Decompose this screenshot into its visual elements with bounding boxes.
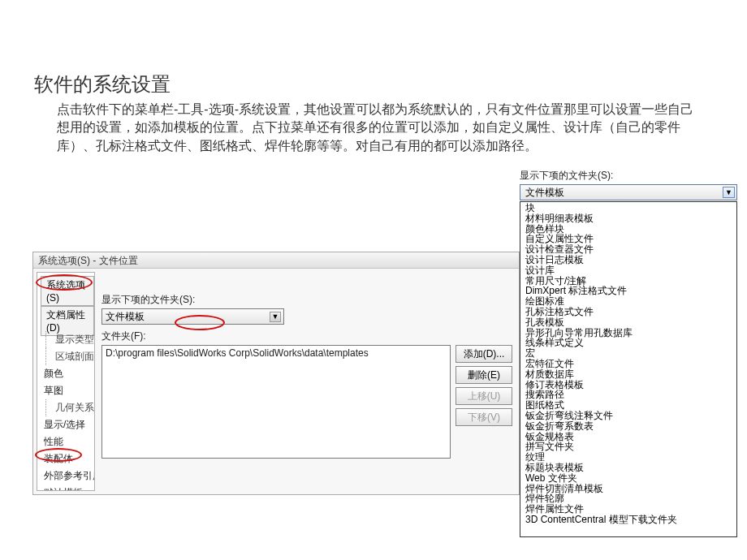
dropdown-combo[interactable]: 文件模板 ▼ [520, 184, 737, 200]
chevron-down-icon[interactable]: ▼ [270, 312, 281, 322]
content-panel: 显示下项的文件夹(S): 文件模板 ▼ 文件夹(F): D:\program f… [95, 269, 519, 494]
dropdown-option[interactable]: 设计库 [520, 265, 736, 276]
dropdown-option[interactable]: 3D ContentCentral 模型下载文件夹 [520, 515, 736, 525]
folder-listbox[interactable]: D:\program files\SolidWorks Corp\SolidWo… [101, 345, 451, 459]
dialog-titlebar: 系统选项(S) - 文件位置 [33, 252, 519, 269]
highlight-ellipse-2 [35, 448, 82, 462]
dropdown-selected: 文件模板 [525, 186, 564, 200]
tree-item[interactable]: 显示/选择 [41, 416, 91, 433]
dropdown-option[interactable]: 钣金折弯线注释文件 [520, 411, 736, 421]
system-options-dialog: 系统选项(S) - 文件位置 系统选项(S) 文档属性(D) 普通工程图显示类型… [32, 252, 520, 495]
dropdown-option[interactable]: 块 [520, 203, 736, 213]
down-button[interactable]: 下移(V) [456, 408, 512, 426]
dropdown-option[interactable]: 标题块表模板 [520, 463, 736, 473]
tree-item[interactable]: 默认模板 [41, 485, 91, 491]
tree-item[interactable]: 草图 [41, 382, 91, 399]
tree-item[interactable]: 几何关系/捕捉 [41, 399, 91, 416]
show-folder-label: 显示下项的文件夹(S): [101, 293, 512, 307]
dropdown-option[interactable]: 钣金折弯系数表 [520, 421, 736, 432]
dropdown-label: 显示下项的文件夹(S): [520, 169, 737, 183]
dropdown-option[interactable]: Web 文件夹 [520, 473, 736, 484]
folder-path: D:\program files\SolidWorks Corp\SolidWo… [106, 347, 447, 359]
up-button[interactable]: 上移(U) [456, 387, 512, 405]
dropdown-option[interactable]: 纹理 [520, 452, 736, 463]
dropdown-option[interactable]: 材质数据库 [520, 369, 736, 380]
description-text: 点击软件下的菜单栏-工具-选项-系统设置，其他设置可以都为系统默认的，只有文件位… [57, 101, 698, 155]
dropdown-option[interactable]: 宏特征文件 [520, 359, 736, 369]
dropdown-option[interactable]: 孔标注格式文件 [520, 307, 736, 317]
tree-item[interactable]: 颜色 [41, 365, 91, 382]
highlight-ellipse-3 [175, 315, 225, 330]
folder-label: 文件夹(F): [101, 330, 512, 343]
tree-item[interactable]: 区域剖面线/填充 [41, 348, 91, 365]
dropdown-option[interactable]: 焊件属性文件 [520, 504, 736, 515]
tree-item[interactable]: 显示类型 [41, 331, 91, 348]
dropdown-option[interactable]: 材料明细表模板 [520, 213, 736, 224]
dropdown-option[interactable]: 线条样式定义 [520, 338, 736, 348]
dropdown-options-list[interactable]: 块材料明细表模板颜色样块自定义属性文件设计检查器文件设计日志模板设计库常用尺寸/… [520, 201, 737, 537]
button-column: 添加(D)... 删除(E) 上移(U) 下移(V) [456, 345, 512, 426]
dropdown-section: 显示下项的文件夹(S): 文件模板 ▼ 块材料明细表模板颜色样块自定义属性文件设… [520, 169, 737, 537]
delete-button[interactable]: 删除(E) [456, 366, 512, 384]
chevron-down-icon[interactable]: ▼ [723, 187, 735, 198]
tree-item[interactable]: 外部参考引用 [41, 467, 91, 485]
highlight-ellipse-1 [36, 274, 93, 291]
page-title: 软件的系统设置 [34, 71, 171, 97]
combo-value: 文件模板 [106, 310, 145, 324]
dropdown-option[interactable]: 设计日志模板 [520, 255, 736, 265]
dropdown-option[interactable]: 拼写文件夹 [520, 442, 736, 452]
dialog-body: 系统选项(S) 文档属性(D) 普通工程图显示类型区域剖面线/填充颜色草图几何关… [33, 269, 519, 494]
add-button[interactable]: 添加(D)... [456, 345, 512, 363]
dropdown-option[interactable]: 孔表模板 [520, 317, 736, 328]
